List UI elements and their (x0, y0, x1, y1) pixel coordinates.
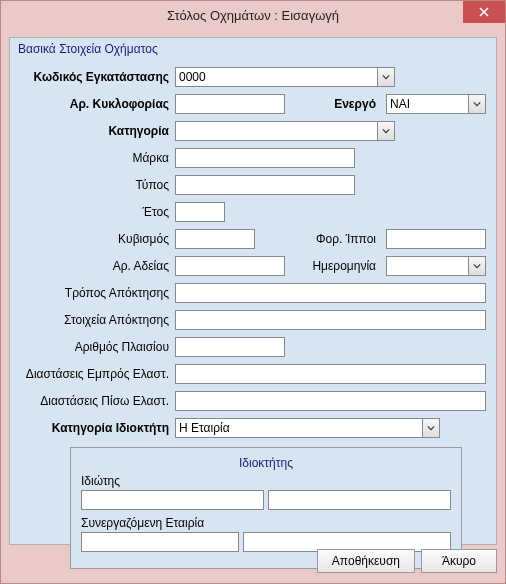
label-install-code: Κωδικός Εγκατάστασης (20, 70, 175, 84)
owner-group-title: Ιδιοκτήτης (81, 456, 451, 470)
active-input[interactable] (386, 94, 468, 114)
label-owner-category: Κατηγορία Ιδιοκτήτη (20, 421, 175, 435)
owner-category-combo[interactable] (175, 418, 440, 438)
category-input[interactable] (175, 121, 377, 141)
install-code-combo[interactable] (175, 67, 395, 87)
acq-details-input[interactable] (175, 310, 486, 330)
label-licence: Αρ. Αδείας (20, 259, 175, 273)
label-active: Ενεργό (312, 97, 382, 111)
chassis-input[interactable] (175, 337, 285, 357)
cc-input[interactable] (175, 229, 255, 249)
label-front-tyre: Διαστάσεις Εμπρός Ελαστ. (20, 367, 175, 381)
group-title: Βασικά Στοιχεία Οχήματος (16, 42, 490, 60)
label-rear-tyre: Διαστάσεις Πίσω Ελαστ. (20, 394, 175, 408)
label-date: Ημερομηνία (312, 259, 382, 273)
chevron-down-icon (473, 100, 481, 108)
close-icon (479, 7, 489, 17)
type-input[interactable] (175, 175, 355, 195)
licence-input[interactable] (175, 256, 285, 276)
owner-private-code-input[interactable] (81, 490, 264, 510)
window-title: Στόλος Οχημάτων : Εισαγωγή (167, 8, 339, 23)
category-drop[interactable] (377, 121, 395, 141)
brand-input[interactable] (175, 148, 355, 168)
owner-category-drop[interactable] (422, 418, 440, 438)
active-drop[interactable] (468, 94, 486, 114)
label-acq-details: Στοιχεία Απόκτησης (20, 313, 175, 327)
install-code-input[interactable] (175, 67, 377, 87)
front-tyre-input[interactable] (175, 364, 486, 384)
category-combo[interactable] (175, 121, 395, 141)
date-combo[interactable] (386, 256, 486, 276)
label-owner-company: Συνεργαζόμενη Εταιρία (81, 516, 451, 530)
rear-tyre-input[interactable] (175, 391, 486, 411)
label-acq-method: Τρόπος Απόκτησης (20, 286, 175, 300)
cancel-button[interactable]: Άκυρο (421, 549, 497, 573)
label-plate: Αρ. Κυκλοφορίας (20, 97, 175, 111)
label-hp: Φορ. Ίπποι (312, 232, 382, 246)
form-body: Κωδικός Εγκατάστασης Αρ. Κυκλοφορίας Ενε… (16, 60, 490, 573)
label-category: Κατηγορία (20, 124, 175, 138)
chevron-down-icon (382, 127, 390, 135)
plate-input[interactable] (175, 94, 285, 114)
year-input[interactable] (175, 202, 225, 222)
label-brand: Μάρκα (20, 151, 175, 165)
footer-bar: Αποθήκευση Άκυρο (9, 549, 497, 575)
active-combo[interactable] (386, 94, 486, 114)
close-button[interactable] (463, 1, 505, 23)
chevron-down-icon (473, 262, 481, 270)
hp-input[interactable] (386, 229, 486, 249)
label-cc: Κυβισμός (20, 232, 175, 246)
label-type: Τύπος (20, 178, 175, 192)
date-drop[interactable] (468, 256, 486, 276)
acq-method-input[interactable] (175, 283, 486, 303)
chevron-down-icon (427, 424, 435, 432)
label-owner-private: Ιδιώτης (81, 474, 451, 488)
install-code-drop[interactable] (377, 67, 395, 87)
label-year: Έτος (20, 205, 175, 219)
save-button[interactable]: Αποθήκευση (317, 549, 415, 573)
window-frame: Στόλος Οχημάτων : Εισαγωγή Βασικά Στοιχε… (0, 0, 506, 584)
owner-category-input[interactable] (175, 418, 422, 438)
label-chassis: Αριθμός Πλαισίου (20, 340, 175, 354)
form-panel: Βασικά Στοιχεία Οχήματος Κωδικός Εγκατάσ… (9, 37, 497, 545)
chevron-down-icon (382, 73, 390, 81)
owner-private-name-input[interactable] (268, 490, 451, 510)
title-bar: Στόλος Οχημάτων : Εισαγωγή (1, 1, 505, 29)
date-input[interactable] (386, 256, 468, 276)
